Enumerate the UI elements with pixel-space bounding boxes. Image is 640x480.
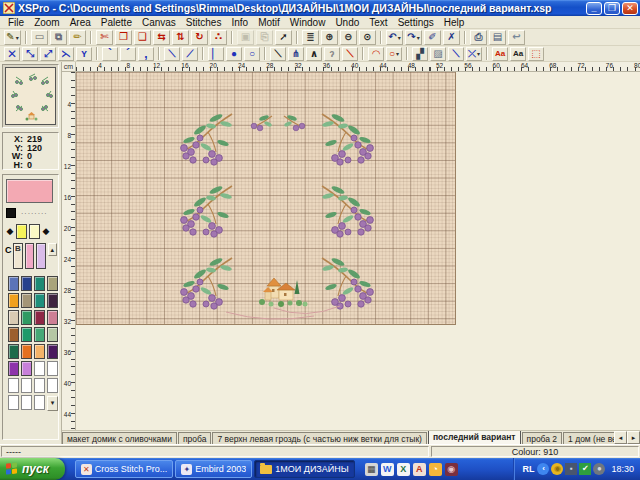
import-design[interactable]: ⎙ xyxy=(470,30,487,45)
zoom-actual[interactable]: ⊙ xyxy=(359,30,376,45)
language-indicator[interactable]: RL xyxy=(522,464,534,474)
bead-stitch[interactable]: ○ xyxy=(244,47,260,61)
menu-motif[interactable]: Motif xyxy=(253,17,285,28)
palette-scroll-down[interactable]: ▾ xyxy=(47,396,58,411)
stitch-canvas[interactable] xyxy=(76,72,456,325)
backstitch-branch[interactable]: ⋔ xyxy=(288,47,304,61)
revert-design[interactable]: ↩ xyxy=(508,30,525,45)
palette-swatch[interactable] xyxy=(34,293,45,308)
start-button[interactable]: пуск xyxy=(0,458,65,480)
palette-swatch[interactable] xyxy=(34,361,45,376)
french-knot[interactable]: ● xyxy=(226,47,242,61)
motif-cut[interactable]: ✄ xyxy=(96,30,113,45)
palette-swatch[interactable] xyxy=(8,378,19,393)
swatch-b[interactable]: B xyxy=(13,243,22,269)
text-tool-black[interactable]: Aa xyxy=(510,47,526,61)
line-pen-tool[interactable]: ⟍ xyxy=(448,47,464,61)
text-tool-red[interactable]: Aa xyxy=(492,47,508,61)
redo-dropdown[interactable]: ▾ xyxy=(417,34,420,41)
restore-button[interactable]: ❐ xyxy=(604,2,620,15)
tab-pattern[interactable]: 1 дом (не весь для стыковки) xyxy=(563,432,614,444)
cross-pen-tool-dropdown[interactable]: ▾ xyxy=(477,50,480,57)
taskbar-button[interactable]: ✦Embird 2003 xyxy=(175,460,252,478)
thread-color-black[interactable] xyxy=(6,208,16,218)
palette-swatch[interactable] xyxy=(36,243,45,269)
menu-help[interactable]: Help xyxy=(439,17,470,28)
copy-area-tool[interactable]: ⧉ xyxy=(50,30,67,45)
motif-rotate[interactable]: ↻ xyxy=(191,30,208,45)
curve-tool[interactable]: ◠ xyxy=(368,47,384,61)
highlight-swatch-pale[interactable] xyxy=(29,224,40,239)
petite-stitch-1[interactable]: ` xyxy=(102,47,118,61)
tab-pattern[interactable]: проба 2 xyxy=(522,432,563,444)
tray-icon-coin[interactable]: ◉ xyxy=(551,463,563,475)
current-color-swatch[interactable] xyxy=(6,179,53,203)
tab-pattern[interactable]: проба xyxy=(178,432,211,444)
palette-scroll-up[interactable]: ▴ xyxy=(48,243,57,256)
full-cross-stitch[interactable]: ✕ xyxy=(4,47,20,61)
undo-dropdown[interactable]: ▾ xyxy=(398,34,401,41)
motif-flip-vertical[interactable]: ⇅ xyxy=(172,30,189,45)
select-rect-tool[interactable]: ▭ xyxy=(31,30,48,45)
palette-swatch[interactable] xyxy=(8,276,19,291)
pencil-tool[interactable]: ✎▾ xyxy=(4,30,21,45)
knife-tool[interactable]: ✗ xyxy=(443,30,460,45)
palette-swatch[interactable] xyxy=(47,327,58,342)
palette-swatch[interactable] xyxy=(47,344,58,359)
backstitch-red[interactable]: ⟍ xyxy=(342,47,358,61)
motif-scale[interactable]: ∴ xyxy=(210,30,227,45)
taskbar-icon-acrobat[interactable]: A xyxy=(413,463,426,476)
edit-pad-tool[interactable]: ✏ xyxy=(69,30,86,45)
tab-scroll-left[interactable]: ◂ xyxy=(614,431,627,444)
palette-swatch[interactable] xyxy=(8,395,19,410)
three-quarter-stitch-2[interactable]: ⤢ xyxy=(40,47,56,61)
minimize-button[interactable]: _ xyxy=(586,2,602,15)
menu-canvas[interactable]: Canvas xyxy=(137,17,181,28)
palette-swatch[interactable] xyxy=(8,327,19,342)
circle-tool-dropdown[interactable]: ▾ xyxy=(396,50,399,57)
palette-swatch[interactable] xyxy=(47,310,58,325)
palette-swatch[interactable] xyxy=(47,293,58,308)
palette-swatch[interactable] xyxy=(8,310,19,325)
taskbar-icon-media[interactable]: ◉ xyxy=(445,463,458,476)
palette-swatch[interactable] xyxy=(47,361,58,376)
palette-swatch[interactable] xyxy=(34,378,45,393)
petite-stitch-3[interactable]: , xyxy=(138,47,154,61)
fill-motif-tool[interactable]: ▞ xyxy=(412,47,428,61)
close-button[interactable]: ✕ xyxy=(622,2,638,15)
palette-swatch[interactable] xyxy=(8,344,19,359)
palette-swatch[interactable] xyxy=(47,378,58,393)
half-cross-stitch[interactable]: ⋋ xyxy=(58,47,74,61)
menu-area[interactable]: Area xyxy=(65,17,96,28)
palette-swatch[interactable] xyxy=(25,243,34,269)
palette-swatch[interactable] xyxy=(34,344,45,359)
palette-swatch[interactable] xyxy=(21,344,32,359)
taskbar-button[interactable]: 1МОИ ДИЗАЙНЫ xyxy=(254,460,354,478)
undo[interactable]: ↶▾ xyxy=(386,30,403,45)
palette-swatch[interactable] xyxy=(47,276,58,291)
motif-paste[interactable]: ❑ xyxy=(134,30,151,45)
palette-swatch[interactable] xyxy=(21,327,32,342)
select-marquee[interactable]: ⬚ xyxy=(528,47,544,61)
taskbar-icon-word[interactable]: W xyxy=(381,463,394,476)
tray-icon-gray[interactable]: ● xyxy=(593,463,605,475)
cross-pen-tool[interactable]: ⤫▾ xyxy=(466,47,482,61)
backstitch-black[interactable]: ⟍ xyxy=(270,47,286,61)
menu-settings[interactable]: Settings xyxy=(393,17,439,28)
menu-zoom[interactable]: Zoom xyxy=(29,17,65,28)
three-quarter-stitch-1[interactable]: ⤡ xyxy=(22,47,38,61)
taskbar-icon-clock[interactable]: ◔ xyxy=(429,463,442,476)
tab-pattern[interactable]: макет домик с оливочками xyxy=(62,432,177,444)
palette-swatch[interactable] xyxy=(21,310,32,325)
motif-flip-horizontal[interactable]: ⇆ xyxy=(153,30,170,45)
menu-file[interactable]: File xyxy=(3,17,29,28)
pencil-tool-dropdown[interactable]: ▾ xyxy=(16,34,19,41)
zoom-in[interactable]: ⊕ xyxy=(321,30,338,45)
palette-swatch[interactable] xyxy=(34,276,45,291)
tab-pattern[interactable]: 7 верхн левая гроздь (с частью ниж ветки… xyxy=(212,432,427,444)
menu-palette[interactable]: Palette xyxy=(96,17,137,28)
quarter-stitch[interactable]: ʏ xyxy=(76,47,92,61)
palette-swatch[interactable] xyxy=(21,395,32,410)
half-stitch-back[interactable]: ⟍ xyxy=(164,47,180,61)
new-page[interactable]: ▤ xyxy=(489,30,506,45)
